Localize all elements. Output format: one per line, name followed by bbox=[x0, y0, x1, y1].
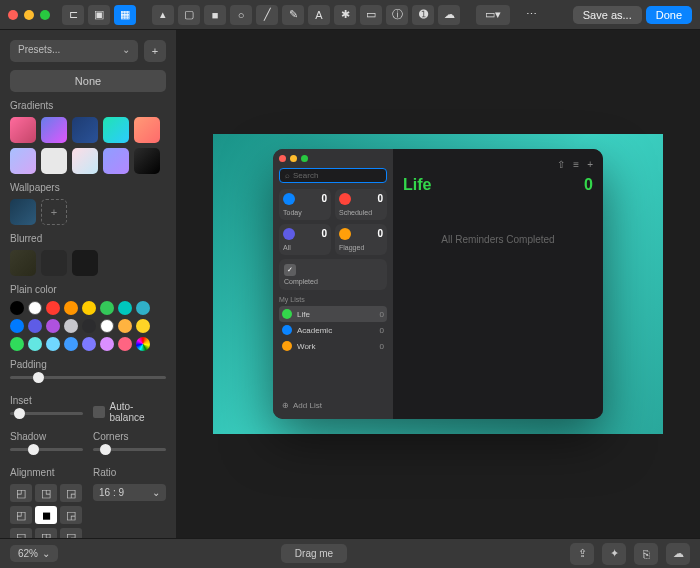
gradient-swatch[interactable] bbox=[72, 148, 98, 174]
smart-list-box[interactable]: 0Scheduled bbox=[335, 189, 387, 220]
align-mc-button[interactable]: ◼ bbox=[35, 506, 57, 524]
align-tr-button[interactable]: ◲ bbox=[60, 484, 82, 502]
add-preset-button[interactable]: + bbox=[144, 40, 166, 62]
color-swatch[interactable] bbox=[136, 337, 150, 351]
image-tool-icon[interactable]: ▦ bbox=[114, 5, 136, 25]
filled-rect-tool-icon[interactable]: ■ bbox=[204, 5, 226, 25]
color-swatch[interactable] bbox=[10, 301, 24, 315]
gradient-swatch[interactable] bbox=[72, 117, 98, 143]
canvas-area[interactable]: ⌕Search 0Today0Scheduled0All0Flagged ✓ C… bbox=[176, 30, 700, 538]
maximize-dot[interactable] bbox=[40, 10, 50, 20]
align-br-button[interactable]: ◲ bbox=[60, 528, 82, 538]
misc-dropdown[interactable]: ⋯ bbox=[514, 5, 548, 25]
color-swatch[interactable] bbox=[136, 319, 150, 333]
color-swatch[interactable] bbox=[28, 301, 42, 315]
ratio-dropdown[interactable]: 16 : 9⌄ bbox=[93, 484, 166, 501]
app-close-dot[interactable] bbox=[279, 155, 286, 162]
color-swatch[interactable] bbox=[28, 337, 42, 351]
copy-icon[interactable]: ⎘ bbox=[634, 543, 658, 565]
none-preset-button[interactable]: None bbox=[10, 70, 166, 92]
color-swatch[interactable] bbox=[82, 301, 96, 315]
blurred-swatch[interactable] bbox=[72, 250, 98, 276]
color-swatch[interactable] bbox=[100, 301, 114, 315]
padding-slider[interactable] bbox=[10, 376, 166, 379]
app-maximize-dot[interactable] bbox=[301, 155, 308, 162]
blur-tool-icon[interactable]: ✱ bbox=[334, 5, 356, 25]
smart-list-box[interactable]: 0All bbox=[279, 224, 331, 255]
line-tool-icon[interactable]: ╱ bbox=[256, 5, 278, 25]
align-mr-button[interactable]: ◲ bbox=[60, 506, 82, 524]
close-dot[interactable] bbox=[8, 10, 18, 20]
share-icon[interactable]: ⇧ bbox=[557, 159, 565, 170]
autobalance-checkbox[interactable] bbox=[93, 406, 105, 418]
cloud-tool-icon[interactable]: ☁ bbox=[438, 5, 460, 25]
gradient-swatch[interactable] bbox=[134, 117, 160, 143]
add-list-button[interactable]: ⊕Add List bbox=[279, 398, 387, 413]
filter-icon[interactable]: ≡ bbox=[573, 159, 579, 170]
color-swatch[interactable] bbox=[10, 319, 24, 333]
rect-tool-icon[interactable]: ▢ bbox=[178, 5, 200, 25]
presets-dropdown[interactable]: Presets...⌄ bbox=[10, 40, 138, 62]
color-swatch[interactable] bbox=[100, 337, 114, 351]
gradient-swatch[interactable] bbox=[134, 148, 160, 174]
blurred-swatch[interactable] bbox=[41, 250, 67, 276]
gradient-swatch[interactable] bbox=[41, 117, 67, 143]
crop-tool-icon[interactable]: ⊏ bbox=[62, 5, 84, 25]
list-item[interactable]: Academic0 bbox=[279, 322, 387, 338]
smart-list-box[interactable]: 0Flagged bbox=[335, 224, 387, 255]
color-swatch[interactable] bbox=[100, 319, 114, 333]
inset-slider[interactable] bbox=[10, 412, 83, 415]
zoom-dropdown[interactable]: 62%⌄ bbox=[10, 545, 58, 562]
align-tl-button[interactable]: ◰ bbox=[10, 484, 32, 502]
size-dropdown[interactable]: ▭▾ bbox=[476, 5, 510, 25]
align-tc-button[interactable]: ◳ bbox=[35, 484, 57, 502]
step-tool-icon[interactable]: ➊ bbox=[412, 5, 434, 25]
text-tool-icon[interactable]: A bbox=[308, 5, 330, 25]
smart-list-box[interactable]: 0Today bbox=[279, 189, 331, 220]
color-swatch[interactable] bbox=[64, 301, 78, 315]
color-swatch[interactable] bbox=[136, 301, 150, 315]
add-reminder-icon[interactable]: + bbox=[587, 159, 593, 170]
color-swatch[interactable] bbox=[46, 301, 60, 315]
color-swatch[interactable] bbox=[10, 337, 24, 351]
drag-me-button[interactable]: Drag me bbox=[281, 544, 347, 563]
corners-slider[interactable] bbox=[93, 448, 166, 451]
save-as-button[interactable]: Save as... bbox=[573, 6, 642, 24]
done-button[interactable]: Done bbox=[646, 6, 692, 24]
color-swatch[interactable] bbox=[118, 319, 132, 333]
shadow-slider[interactable] bbox=[10, 448, 83, 451]
color-swatch[interactable] bbox=[46, 337, 60, 351]
align-bl-button[interactable]: ◱ bbox=[10, 528, 32, 538]
search-input[interactable]: ⌕Search bbox=[279, 168, 387, 183]
color-swatch[interactable] bbox=[118, 301, 132, 315]
color-swatch[interactable] bbox=[64, 337, 78, 351]
callout-tool-icon[interactable]: ▭ bbox=[360, 5, 382, 25]
app-minimize-dot[interactable] bbox=[290, 155, 297, 162]
gradient-swatch[interactable] bbox=[41, 148, 67, 174]
gradient-swatch[interactable] bbox=[10, 117, 36, 143]
color-swatch[interactable] bbox=[82, 319, 96, 333]
add-wallpaper-button[interactable]: + bbox=[41, 199, 67, 225]
gradient-swatch[interactable] bbox=[103, 148, 129, 174]
color-swatch[interactable] bbox=[64, 319, 78, 333]
color-swatch[interactable] bbox=[118, 337, 132, 351]
gradient-swatch[interactable] bbox=[103, 117, 129, 143]
blurred-swatch[interactable] bbox=[10, 250, 36, 276]
pin-icon[interactable]: ✦ bbox=[602, 543, 626, 565]
color-swatch[interactable] bbox=[46, 319, 60, 333]
info-tool-icon[interactable]: ⓘ bbox=[386, 5, 408, 25]
export-icon[interactable]: ⇪ bbox=[570, 543, 594, 565]
color-swatch[interactable] bbox=[28, 319, 42, 333]
pen-tool-icon[interactable]: ✎ bbox=[282, 5, 304, 25]
cloud-export-icon[interactable]: ☁ bbox=[666, 543, 690, 565]
pointer-tool-icon[interactable]: ▴ bbox=[152, 5, 174, 25]
align-ml-button[interactable]: ◰ bbox=[10, 506, 32, 524]
minimize-dot[interactable] bbox=[24, 10, 34, 20]
completed-box[interactable]: ✓ Completed bbox=[279, 259, 387, 290]
layers-tool-icon[interactable]: ▣ bbox=[88, 5, 110, 25]
align-bc-button[interactable]: ◳ bbox=[35, 528, 57, 538]
color-swatch[interactable] bbox=[82, 337, 96, 351]
list-item[interactable]: Work0 bbox=[279, 338, 387, 354]
circle-tool-icon[interactable]: ○ bbox=[230, 5, 252, 25]
gradient-swatch[interactable] bbox=[10, 148, 36, 174]
